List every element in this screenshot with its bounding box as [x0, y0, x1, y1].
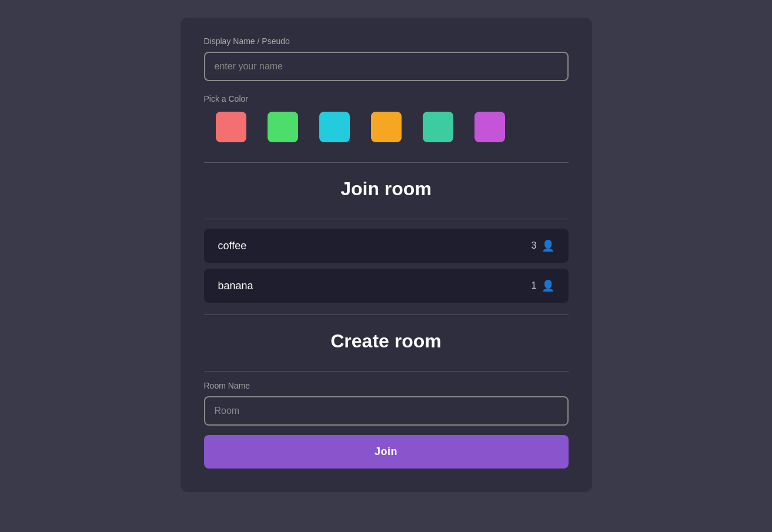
join-button[interactable]: Join: [204, 435, 569, 469]
color-label: Pick a Color: [204, 94, 569, 103]
room-count: 1: [532, 280, 537, 291]
main-card: Display Name / Pseudo Pick a Color Join …: [181, 18, 592, 492]
room-name-input[interactable]: [204, 396, 569, 426]
room-name: coffee: [218, 240, 247, 252]
color-swatch-purple[interactable]: [474, 112, 505, 142]
color-swatch-orange[interactable]: [371, 112, 402, 142]
color-section: Pick a Color: [204, 94, 569, 142]
display-name-input[interactable]: [204, 52, 569, 81]
divider-4: [204, 371, 569, 372]
create-room-title: Create room: [204, 330, 569, 352]
display-name-label: Display Name / Pseudo: [204, 36, 569, 46]
room-info: 3 👤: [532, 239, 554, 252]
room-name-label: Room Name: [204, 381, 569, 390]
room-name: banana: [218, 280, 253, 292]
room-item-coffee[interactable]: coffee 3 👤: [204, 229, 569, 263]
divider-1: [204, 162, 569, 163]
color-swatches: [204, 112, 569, 142]
color-swatch-green[interactable]: [268, 112, 298, 142]
room-item-banana[interactable]: banana 1 👤: [204, 269, 569, 303]
divider-3: [204, 314, 569, 315]
room-count: 3: [532, 240, 537, 251]
user-icon: 👤: [542, 239, 554, 252]
room-list: coffee 3 👤 banana 1 👤: [204, 229, 569, 303]
color-swatch-teal[interactable]: [423, 112, 453, 142]
user-icon: 👤: [542, 279, 554, 292]
page-wrapper: Display Name / Pseudo Pick a Color Join …: [0, 0, 772, 532]
color-swatch-red[interactable]: [216, 112, 246, 142]
join-room-title: Join room: [204, 178, 569, 200]
room-info: 1 👤: [532, 279, 554, 292]
color-swatch-cyan[interactable]: [319, 112, 350, 142]
divider-2: [204, 219, 569, 219]
